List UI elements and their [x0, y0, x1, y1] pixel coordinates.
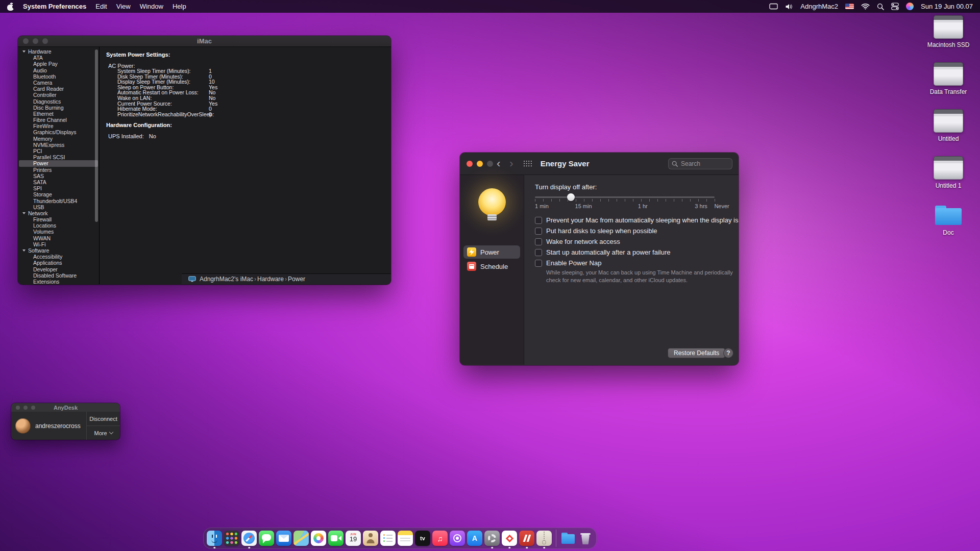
tree-item-parallel-scsi[interactable]: Parallel SCSI — [18, 154, 99, 160]
back-button[interactable]: ‹ — [494, 158, 503, 169]
tree-item-nvmexpress[interactable]: NVMExpress — [18, 142, 99, 148]
dock-app-photos[interactable] — [311, 531, 326, 546]
breadcrumb-item[interactable]: Power — [288, 276, 305, 283]
volume-icon[interactable] — [785, 4, 793, 10]
menu-view[interactable]: View — [116, 3, 131, 10]
dock-app-music[interactable]: ♫ — [432, 531, 448, 546]
menu-edit[interactable]: Edit — [95, 3, 107, 10]
desktop-icon-macintosh-ssd[interactable]: Macintosh SSD — [923, 15, 974, 48]
tree-item-printers[interactable]: Printers — [18, 167, 99, 173]
dock-app-podcasts[interactable] — [450, 531, 465, 546]
tree-item-accessibility[interactable]: Accessibility — [18, 254, 99, 260]
dock-app-parallels[interactable] — [519, 531, 534, 546]
tree-item-apple-pay[interactable]: Apple Pay — [18, 61, 99, 67]
system-information-titlebar[interactable]: iMac — [18, 36, 391, 47]
sidebar-item-power[interactable]: Power — [463, 245, 520, 259]
dock-app-reminders[interactable] — [380, 531, 396, 546]
tree-item-storage[interactable]: Storage — [18, 191, 99, 197]
dock-app-messages[interactable] — [259, 531, 274, 546]
checkbox[interactable] — [535, 249, 542, 256]
tree-item-graphics-displays[interactable]: Graphics/Displays — [18, 129, 99, 135]
dock-app-safari[interactable] — [241, 531, 257, 546]
slider-track[interactable] — [535, 196, 715, 198]
dock-app-calendar[interactable]: JUN19 — [346, 531, 361, 546]
minimize-button[interactable] — [33, 38, 38, 44]
wifi-icon[interactable] — [861, 3, 870, 10]
tree-item-developer[interactable]: Developer — [18, 266, 99, 272]
restore-defaults-button[interactable]: Restore Defaults — [668, 348, 725, 358]
menubar-clock[interactable]: Sun 19 Jun 00.07 — [921, 3, 973, 10]
close-button[interactable] — [23, 38, 29, 44]
desktop-icon-data-transfer[interactable]: Data Transfer — [923, 62, 974, 95]
menu-system-preferences[interactable]: System Preferences — [23, 3, 86, 10]
dock-app-archive-utility[interactable] — [536, 531, 552, 546]
desktop-icon-untitled-1[interactable]: Untitled 1 — [923, 156, 974, 189]
sidebar-item-schedule[interactable]: Schedule — [463, 260, 520, 273]
assistant-icon[interactable] — [906, 3, 914, 10]
tree-item-controller[interactable]: Controller — [18, 92, 99, 98]
minimize-button[interactable] — [477, 161, 483, 167]
tree-item-pci[interactable]: PCI — [18, 148, 99, 154]
menu-window[interactable]: Window — [140, 3, 163, 10]
tree-item-applications[interactable]: Applications — [18, 260, 99, 266]
tree-section-network[interactable]: Network — [18, 210, 99, 216]
tree-item-disabled-software[interactable]: Disabled Software — [18, 272, 99, 279]
zoom-button[interactable] — [31, 406, 35, 410]
breadcrumb-item[interactable]: Hardware — [257, 276, 284, 283]
close-button[interactable] — [16, 406, 20, 410]
dock-app-apple-tv[interactable]: tv — [415, 531, 430, 546]
tree-item-thunderbolt-usb4[interactable]: Thunderbolt/USB4 — [18, 198, 99, 204]
dock-app-notes[interactable] — [398, 531, 413, 546]
menu-help[interactable]: Help — [173, 3, 186, 10]
checkbox-row-wake-for-network-access[interactable]: Wake for network access — [535, 238, 739, 245]
tree-item-volumes[interactable]: Volumes — [18, 229, 99, 235]
close-button[interactable] — [467, 161, 473, 167]
checkbox-row-put-hard-disks-to-sleep-when-possible[interactable]: Put hard disks to sleep when possible — [535, 227, 739, 235]
slider-handle[interactable] — [567, 193, 575, 201]
dock-app-launchpad[interactable] — [224, 531, 239, 546]
tree-item-power[interactable]: Power — [19, 160, 98, 166]
tree-item-locations[interactable]: Locations — [18, 222, 99, 229]
dock-app-trash[interactable] — [578, 531, 593, 546]
show-all-grid-icon[interactable] — [524, 161, 532, 167]
tree-item-card-reader[interactable]: Card Reader — [18, 86, 99, 92]
tree-item-memory[interactable]: Memory — [18, 136, 99, 142]
dock-app-system-preferences[interactable] — [484, 531, 500, 546]
more-button[interactable]: More — [87, 425, 120, 440]
tree-item-audio[interactable]: Audio — [18, 67, 99, 73]
sidebar-scrollbar[interactable] — [95, 49, 98, 222]
tree-item-extensions[interactable]: Extensions — [18, 279, 99, 284]
dock-app-finder[interactable] — [207, 531, 222, 546]
desktop-icon-doc[interactable]: Doc — [923, 203, 974, 236]
search-icon[interactable] — [877, 3, 884, 10]
disconnect-button[interactable]: Disconnect — [87, 412, 120, 425]
apple-logo-icon[interactable] — [7, 3, 14, 11]
checkbox[interactable] — [535, 228, 542, 235]
dock-app-contacts[interactable] — [363, 531, 378, 546]
forward-button[interactable]: › — [506, 158, 516, 169]
tree-section-software[interactable]: Software — [18, 247, 99, 254]
display-icon[interactable] — [769, 3, 778, 10]
menubar-username[interactable]: AdngrhMac2 — [800, 3, 838, 10]
desktop-icon-untitled[interactable]: Untitled — [923, 109, 974, 142]
dock-app-facetime[interactable] — [328, 531, 344, 546]
control-center-icon[interactable] — [891, 3, 899, 10]
checkbox[interactable] — [535, 238, 542, 245]
zoom-button[interactable] — [42, 38, 48, 44]
minimize-button[interactable] — [23, 406, 28, 410]
dock-app-mail[interactable] — [276, 531, 291, 546]
checkbox-row-start-up-automatically-after-a-power-failu[interactable]: Start up automatically after a power fai… — [535, 248, 739, 256]
tree-item-bluetooth[interactable]: Bluetooth — [18, 73, 99, 80]
tree-item-sata[interactable]: SATA — [18, 179, 99, 185]
tree-item-sas[interactable]: SAS — [18, 173, 99, 179]
tree-item-ethernet[interactable]: Ethernet — [18, 111, 99, 117]
energy-saver-titlebar[interactable]: ‹ › Energy Saver — [460, 153, 739, 175]
tree-item-spi[interactable]: SPI — [18, 185, 99, 191]
checkbox[interactable] — [535, 217, 542, 224]
tree-item-firewire[interactable]: FireWire — [18, 123, 99, 129]
tree-item-wi-fi[interactable]: Wi-Fi — [18, 241, 99, 247]
dock-app-downloads-folder[interactable] — [560, 531, 576, 546]
checkbox-row-enable-power-nap[interactable]: Enable Power Nap — [535, 259, 739, 267]
tree-item-wwan[interactable]: WWAN — [18, 235, 99, 241]
tree-item-ata[interactable]: ATA — [18, 55, 99, 61]
